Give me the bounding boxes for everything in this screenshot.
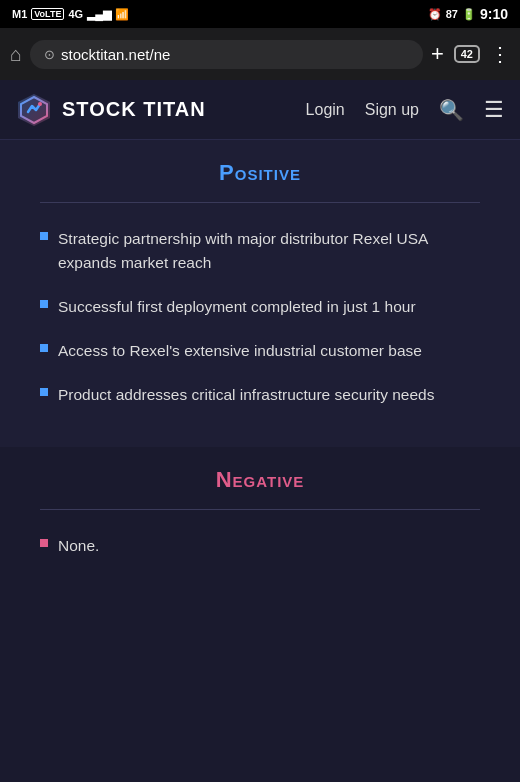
volte-label: VoLTE <box>31 8 64 20</box>
signal-bars-icon: ▂▄▆ <box>87 8 111 21</box>
logo-container: STOCK TITAN <box>16 92 306 128</box>
status-bar: M1 VoLTE 4G ▂▄▆ 📶 ⏰ 87 🔋 9:10 <box>0 0 520 28</box>
bullet-text: Successful first deployment completed in… <box>58 295 416 319</box>
negative-divider <box>40 509 480 510</box>
negative-title: Negative <box>40 467 480 493</box>
bullet-icon <box>40 539 48 547</box>
battery-icon: 🔋 <box>462 8 476 21</box>
positive-section: Positive Strategic partnership with majo… <box>0 140 520 447</box>
browser-menu-button[interactable]: ⋮ <box>490 42 510 66</box>
menu-icon[interactable]: ☰ <box>484 97 504 123</box>
site-header: STOCK TITAN Login Sign up 🔍 ☰ <box>0 80 520 140</box>
svg-point-2 <box>38 102 42 106</box>
bullet-text: Access to Rexel's extensive industrial c… <box>58 339 422 363</box>
browser-chrome: ⌂ ⊙ stocktitan.net/ne + 42 ⋮ <box>0 28 520 80</box>
logo-icon <box>16 92 52 128</box>
tabs-count-button[interactable]: 42 <box>454 45 480 63</box>
status-right: ⏰ 87 🔋 9:10 <box>428 6 508 22</box>
carrier-label: M1 <box>12 8 27 20</box>
header-nav: Login Sign up 🔍 ☰ <box>306 97 504 123</box>
home-button[interactable]: ⌂ <box>10 43 22 66</box>
bullet-icon <box>40 344 48 352</box>
bullet-text: Strategic partnership with major distrib… <box>58 227 480 275</box>
negative-bullet-list: None. <box>40 534 480 558</box>
logo-text: STOCK TITAN <box>62 98 206 121</box>
status-left: M1 VoLTE 4G ▂▄▆ 📶 <box>12 8 129 21</box>
wifi-icon: 📶 <box>115 8 129 21</box>
address-bar[interactable]: ⊙ stocktitan.net/ne <box>30 40 423 69</box>
positive-divider <box>40 202 480 203</box>
svg-marker-0 <box>18 94 50 126</box>
network-type: 4G <box>68 8 83 20</box>
positive-title: Positive <box>40 160 480 186</box>
negative-section: Negative None. <box>0 447 520 598</box>
list-item: Product addresses critical infrastructur… <box>40 383 480 407</box>
browser-actions: + 42 ⋮ <box>431 41 510 67</box>
time-display: 9:10 <box>480 6 508 22</box>
alarm-icon: ⏰ <box>428 8 442 21</box>
bullet-text: None. <box>58 534 99 558</box>
bullet-icon <box>40 300 48 308</box>
battery-percentage: 87 <box>446 8 458 20</box>
login-button[interactable]: Login <box>306 101 345 119</box>
search-icon[interactable]: 🔍 <box>439 98 464 122</box>
list-item: Successful first deployment completed in… <box>40 295 480 319</box>
new-tab-button[interactable]: + <box>431 41 444 67</box>
bullet-icon <box>40 388 48 396</box>
main-content: Positive Strategic partnership with majo… <box>0 140 520 598</box>
address-security-icon: ⊙ <box>44 47 55 62</box>
address-text: stocktitan.net/ne <box>61 46 170 63</box>
bullet-icon <box>40 232 48 240</box>
signup-button[interactable]: Sign up <box>365 101 419 119</box>
bullet-text: Product addresses critical infrastructur… <box>58 383 434 407</box>
list-item: Strategic partnership with major distrib… <box>40 227 480 275</box>
list-item: None. <box>40 534 480 558</box>
list-item: Access to Rexel's extensive industrial c… <box>40 339 480 363</box>
positive-bullet-list: Strategic partnership with major distrib… <box>40 227 480 407</box>
